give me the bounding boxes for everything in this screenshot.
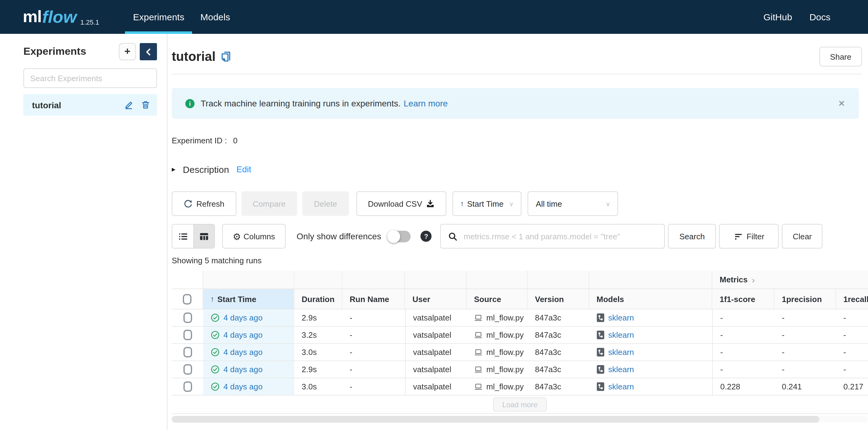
- add-experiment-button[interactable]: +: [119, 43, 136, 60]
- refresh-icon: [183, 199, 193, 208]
- run-duration: 2.9s: [294, 361, 342, 378]
- download-csv-button[interactable]: Download CSV: [356, 191, 446, 216]
- runs-table: Metrics › ↑ Start Time Duration Run Name…: [172, 271, 868, 396]
- run-name: -: [342, 327, 405, 343]
- delete-button[interactable]: Delete: [302, 191, 349, 216]
- table-view-button[interactable]: [193, 225, 214, 248]
- run-recall: -: [836, 344, 868, 361]
- logo-flow-text: flow: [42, 7, 76, 27]
- run-precision: -: [774, 327, 836, 343]
- run-version: 847a3c: [528, 344, 589, 361]
- header-user[interactable]: User: [405, 289, 467, 309]
- run-version: 847a3c: [528, 327, 589, 343]
- run-user: vatsalpatel: [405, 344, 467, 361]
- run-start-time-link[interactable]: 4 days ago: [223, 365, 262, 374]
- run-duration: 3.0s: [294, 344, 342, 361]
- info-icon: i: [185, 99, 194, 108]
- run-source: ml_flow.py: [486, 365, 524, 374]
- learn-more-link[interactable]: Learn more: [404, 98, 448, 108]
- filter-button[interactable]: Filter: [719, 224, 779, 249]
- scrollbar-thumb[interactable]: [172, 416, 819, 423]
- refresh-button[interactable]: Refresh: [172, 191, 236, 216]
- header-precision[interactable]: 1precision: [774, 289, 836, 309]
- help-icon[interactable]: ?: [421, 231, 432, 242]
- tab-experiments[interactable]: Experiments: [125, 0, 192, 34]
- run-name: -: [342, 378, 405, 395]
- header-start-time[interactable]: ↑ Start Time: [203, 289, 294, 309]
- tab-models[interactable]: Models: [192, 0, 238, 34]
- run-name: -: [342, 344, 405, 361]
- search-button[interactable]: Search: [668, 224, 716, 249]
- header-run-name[interactable]: Run Name: [342, 289, 405, 309]
- run-start-time-link[interactable]: 4 days ago: [223, 330, 262, 339]
- run-row: 4 days ago 2.9s - vatsalpatel ml_flow.py…: [172, 309, 868, 327]
- run-user: vatsalpatel: [405, 378, 467, 395]
- row-checkbox[interactable]: [183, 364, 192, 375]
- page-layout: Experiments + tutorial: [0, 34, 868, 430]
- run-status-check-icon: [211, 382, 220, 391]
- row-checkbox[interactable]: [183, 330, 192, 340]
- only-show-differences-label: Only show differences: [297, 231, 381, 241]
- description-label: Description: [183, 164, 229, 174]
- run-start-time-link[interactable]: 4 days ago: [223, 348, 262, 357]
- chevron-down-icon: ∨: [509, 200, 514, 207]
- run-precision: -: [774, 361, 836, 378]
- run-start-time-link[interactable]: 4 days ago: [223, 313, 262, 322]
- header-models[interactable]: Models: [589, 289, 712, 309]
- run-user: vatsalpatel: [405, 309, 467, 326]
- run-model-link[interactable]: sklearn: [608, 330, 634, 339]
- copy-icon[interactable]: [220, 51, 231, 63]
- mlflow-logo[interactable]: ml flow 1.25.1: [23, 0, 99, 34]
- github-link[interactable]: GitHub: [763, 12, 792, 22]
- header-f1-score[interactable]: 1f1-score: [712, 289, 774, 309]
- compare-button[interactable]: Compare: [241, 191, 297, 216]
- table-grid-icon: [199, 232, 209, 241]
- header-version[interactable]: Version: [528, 289, 589, 309]
- run-start-time-link[interactable]: 4 days ago: [223, 382, 262, 391]
- caret-right-icon[interactable]: ▸: [172, 165, 176, 173]
- clear-button[interactable]: Clear: [782, 224, 823, 249]
- select-all-checkbox[interactable]: [183, 294, 191, 304]
- close-icon[interactable]: ✕: [838, 98, 845, 108]
- header-duration[interactable]: Duration: [294, 289, 342, 309]
- matching-runs-status: Showing 5 matching runs: [172, 256, 868, 266]
- experiment-search-input[interactable]: [23, 68, 157, 88]
- metrics-group-header[interactable]: Metrics ›: [712, 271, 868, 289]
- run-model-link[interactable]: sklearn: [608, 348, 634, 357]
- sidebar-item-tutorial[interactable]: tutorial: [23, 94, 157, 115]
- sort-ascending-icon: ↑: [211, 295, 214, 303]
- runs-search-input[interactable]: [462, 231, 657, 241]
- experiment-id-row: Experiment ID : 0: [172, 135, 868, 145]
- share-button[interactable]: Share: [820, 47, 862, 66]
- time-range-dropdown[interactable]: All time ∨: [528, 191, 618, 216]
- load-more-button[interactable]: Load more: [493, 397, 547, 411]
- filter-icon: [734, 232, 743, 241]
- run-row: 4 days ago 2.9s - vatsalpatel ml_flow.py…: [172, 361, 868, 378]
- row-checkbox[interactable]: [183, 312, 192, 323]
- run-model-link[interactable]: sklearn: [608, 313, 634, 322]
- laptop-icon: [474, 348, 483, 357]
- laptop-icon: [474, 331, 483, 339]
- sort-dropdown[interactable]: ↑ Start Time ∨: [452, 191, 521, 216]
- row-checkbox[interactable]: [183, 347, 192, 357]
- run-f1-score: -: [712, 344, 774, 361]
- run-model-link[interactable]: sklearn: [608, 382, 634, 391]
- mlflow-app: ml flow 1.25.1 Experiments Models GitHub…: [0, 0, 868, 430]
- edit-pencil-icon[interactable]: [124, 100, 133, 109]
- delete-trash-icon[interactable]: [141, 100, 150, 109]
- collapse-sidebar-button[interactable]: [140, 43, 157, 60]
- columns-button[interactable]: ⚙ Columns: [222, 224, 286, 249]
- row-checkbox[interactable]: [183, 382, 192, 392]
- edit-description-link[interactable]: Edit: [237, 164, 251, 174]
- run-model-link[interactable]: sklearn: [608, 365, 634, 374]
- header-source[interactable]: Source: [467, 289, 528, 309]
- docs-link[interactable]: Docs: [809, 12, 831, 22]
- run-user: vatsalpatel: [405, 361, 467, 378]
- sort-ascending-icon: ↑: [460, 199, 464, 208]
- version-label: 1.25.1: [80, 18, 99, 26]
- only-show-differences-toggle[interactable]: [387, 230, 411, 242]
- experiment-main: tutorial Share i Track machine learning …: [167, 34, 868, 430]
- list-view-button[interactable]: [173, 225, 193, 248]
- header-recall[interactable]: 1recall: [836, 289, 868, 309]
- select-all-cell: [172, 289, 203, 309]
